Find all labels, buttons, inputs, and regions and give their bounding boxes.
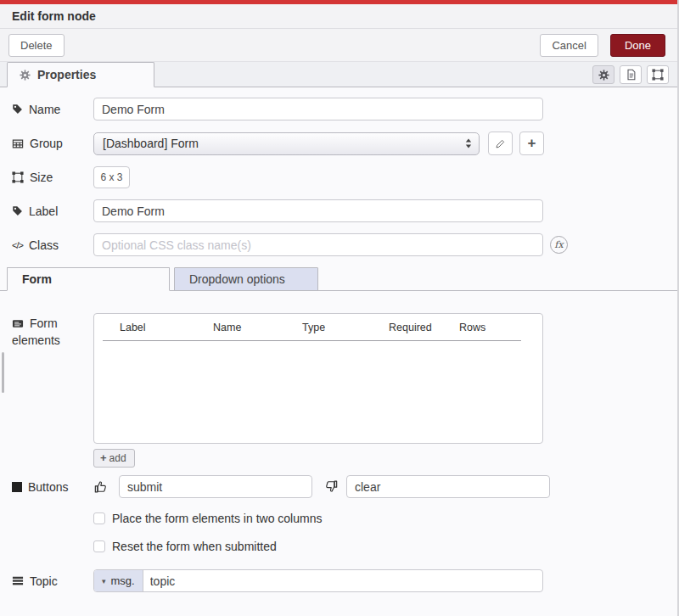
caret-down-icon: ▾ — [102, 577, 106, 585]
label-input[interactable] — [93, 199, 543, 222]
fx-expand-icon[interactable]: fx — [550, 236, 568, 254]
form-elements-table[interactable]: Label Name Type Required Rows — [93, 313, 543, 444]
class-row: </> Class fx — [12, 233, 664, 256]
tag-icon — [12, 104, 23, 115]
topic-type-button[interactable]: ▾ msg. — [94, 570, 143, 591]
form-elements-header: Label Name Type Required Rows — [94, 314, 542, 333]
submit-button-input[interactable] — [119, 475, 312, 498]
add-element-button[interactable]: + add — [93, 449, 135, 468]
size-button[interactable]: 6 x 3 — [93, 166, 130, 188]
tab-icon-buttons — [592, 65, 669, 84]
checkbox-label: Reset the form when submitted — [112, 540, 277, 553]
column-header: Rows — [459, 322, 485, 333]
edit-node-dialog: Edit form node Delete Cancel Done — [0, 0, 679, 616]
thumbs-down-icon — [323, 479, 340, 494]
buttons-row: Buttons — [12, 475, 664, 498]
delete-button[interactable]: Delete — [8, 34, 65, 57]
topic-row: Topic ▾ msg. — [12, 569, 664, 592]
column-header: Required — [389, 322, 459, 333]
square-icon — [12, 482, 22, 492]
checkbox[interactable] — [93, 540, 105, 552]
tab-dropdown-options[interactable]: Dropdown options — [174, 267, 318, 291]
reset-form-checkbox-row[interactable]: Reset the form when submitted — [93, 540, 664, 553]
group-edit-button[interactable] — [488, 132, 513, 155]
thumbs-up-icon — [93, 479, 119, 494]
label-label: Label — [12, 204, 93, 218]
form-tabbar: Form Dropdown options — [0, 267, 677, 291]
two-columns-checkbox-row[interactable]: Place the form elements in two columns — [93, 512, 664, 525]
properties-icon-button[interactable] — [592, 65, 614, 84]
class-input[interactable] — [93, 233, 543, 256]
object-group-icon — [652, 69, 664, 81]
tab-properties[interactable]: Properties — [7, 62, 154, 87]
form-elements-label: Form elements — [12, 313, 93, 349]
group-row: Group [Dashboard] Form + — [12, 132, 664, 155]
group-select[interactable]: [Dashboard] Form — [93, 132, 480, 155]
label-row: Label — [12, 199, 664, 222]
group-select-value: [Dashboard] Form — [103, 137, 464, 150]
tag-icon — [12, 205, 23, 216]
name-input[interactable] — [93, 98, 543, 120]
document-icon — [626, 69, 637, 81]
size-row: Size 6 x 3 — [12, 166, 664, 188]
dialog-toolbar: Delete Cancel Done — [0, 29, 677, 62]
buttons-label: Buttons — [12, 480, 93, 494]
code-icon: </> — [12, 240, 23, 250]
column-header: Name — [213, 322, 302, 333]
gear-icon — [598, 70, 609, 81]
dialog-header: Edit form node — [0, 4, 677, 29]
tab-form[interactable]: Form — [7, 267, 170, 291]
tab-properties-label: Properties — [37, 68, 96, 81]
topic-input[interactable] — [143, 570, 542, 591]
tasks-icon — [12, 575, 24, 586]
appearance-icon-button[interactable] — [647, 65, 669, 84]
table-icon — [12, 138, 24, 149]
select-arrows-icon — [464, 137, 473, 149]
edit-tabbar: Properties — [0, 62, 677, 87]
add-row: + add — [93, 449, 664, 468]
checkbox-label: Place the form elements in two columns — [112, 512, 322, 525]
group-label: Group — [12, 137, 93, 150]
class-label: </> Class — [12, 238, 93, 252]
list-icon — [12, 318, 24, 329]
scrollbar-thumb[interactable] — [2, 352, 4, 393]
dialog-title: Edit form node — [12, 9, 96, 23]
form-elements-row: Form elements Label Name Type Required R… — [12, 313, 664, 444]
done-button[interactable]: Done — [610, 34, 665, 57]
size-label: Size — [12, 171, 93, 184]
name-label: Name — [12, 103, 93, 116]
group-add-button[interactable]: + — [519, 132, 544, 155]
plus-icon: + — [528, 135, 536, 152]
plus-icon: + — [100, 451, 107, 464]
cancel-button[interactable]: Cancel — [540, 34, 598, 57]
gear-icon — [20, 70, 31, 81]
properties-panel: Name Group [Dashboard] Form — [0, 87, 677, 592]
column-header: Label — [120, 322, 213, 333]
topic-type-label: msg. — [111, 574, 135, 587]
topic-typed-input: ▾ msg. — [93, 569, 543, 592]
description-icon-button[interactable] — [620, 65, 642, 84]
name-row: Name — [12, 98, 664, 120]
header-divider — [103, 340, 521, 341]
pencil-icon — [495, 138, 506, 149]
column-header: Type — [302, 322, 389, 333]
object-group-icon — [12, 171, 24, 183]
checkbox[interactable] — [93, 512, 105, 524]
clear-button-input[interactable] — [346, 475, 550, 498]
topic-label: Topic — [12, 574, 93, 588]
